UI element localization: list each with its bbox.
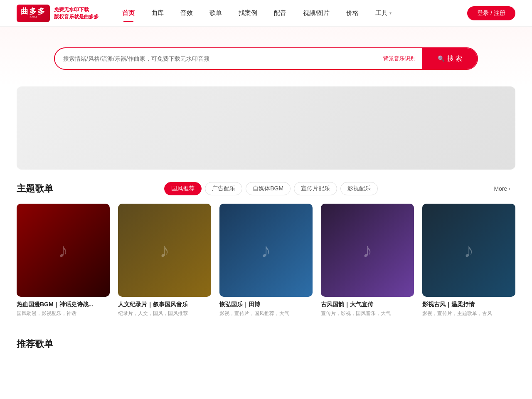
playlist-card-title-3: 古风国韵｜大气宣传	[321, 301, 414, 308]
play-btn-1[interactable]: ▶	[155, 241, 174, 259]
main-nav: 首页曲库音效歌单找案例配音视频/图片价格工具▾	[116, 6, 467, 20]
playlist-card-tags-1: 纪录片，人文，国风，国风推荐	[118, 310, 211, 317]
theme-playlist-section-header: 主题歌单 国风推荐广告配乐自媒体BGM宣传片配乐影视配乐 More ›	[17, 178, 515, 195]
search-button-label: 搜 索	[447, 54, 462, 63]
theme-playlist-title: 主题歌单	[17, 182, 53, 195]
nav-item-3[interactable]: 歌单	[203, 6, 229, 20]
bg-music-recognize-button[interactable]: 背景音乐识别	[377, 48, 423, 69]
playlist-grid: ♪ ▶ 热血国漫BGM｜神话史诗战... 国风动漫，影视配乐，神话 ♪ ▶ 人文…	[17, 204, 515, 317]
play-btn-3[interactable]: ▶	[358, 241, 377, 259]
playlist-card-tags-4: 影视，宣传片，主题歌单，古风	[422, 310, 515, 317]
playlist-card-4[interactable]: ♪ ▶ 影视古风｜温柔抒情 影视，宣传片，主题歌单，古风	[422, 204, 515, 317]
playlist-card-thumb-1: ♪ ▶	[118, 204, 211, 297]
nav-item-7[interactable]: 价格	[340, 6, 365, 20]
nav-item-5[interactable]: 配音	[267, 6, 293, 20]
logo-tagline: 免费无水印下载 版权音乐就是曲多多	[54, 6, 99, 20]
tagline-line2: 版权音乐就是曲多多	[54, 13, 99, 20]
play-btn-2[interactable]: ▶	[257, 241, 275, 259]
filter-tabs: 国风推荐广告配乐自媒体BGM宣传片配乐影视配乐	[164, 182, 378, 195]
nav-item-1[interactable]: 曲库	[145, 6, 170, 20]
play-btn-0[interactable]: ▶	[54, 241, 72, 259]
nav-item-0[interactable]: 首页	[116, 6, 141, 20]
filter-tab-0[interactable]: 国风推荐	[164, 182, 202, 195]
playlist-card-1[interactable]: ♪ ▶ 人文纪录片｜叙事国风音乐 纪录片，人文，国风，国风推荐	[118, 204, 211, 317]
logo-main-text: 曲多多	[21, 7, 46, 15]
more-chevron-icon: ›	[509, 186, 510, 191]
playlist-card-thumb-0: ♪ ▶	[17, 204, 110, 297]
playlist-card-tags-3: 宣传片，影视，国风音乐，大气	[321, 310, 414, 317]
nav-item-4[interactable]: 找案例	[232, 6, 264, 20]
playlist-card-tags-0: 国风动漫，影视配乐，神话	[17, 310, 110, 317]
banner-area	[17, 86, 515, 170]
playlist-card-thumb-4: ♪ ▶	[422, 204, 515, 297]
playlist-card-0[interactable]: ♪ ▶ 热血国漫BGM｜神话史诗战... 国风动漫，影视配乐，神话	[17, 204, 110, 317]
more-label: More	[494, 185, 507, 192]
section2-title: 推荐歌单	[17, 334, 515, 350]
header: 曲多多 BGM 免费无水印下载 版权音乐就是曲多多 首页曲库音效歌单找案例配音视…	[0, 0, 532, 27]
playlist-card-thumb-3: ♪ ▶	[321, 204, 414, 297]
filter-tab-4[interactable]: 影视配乐	[340, 182, 378, 195]
search-input[interactable]	[55, 55, 377, 62]
section2-title-area: 推荐歌单	[17, 334, 515, 350]
logo-box: 曲多多 BGM	[17, 5, 50, 22]
play-btn-4[interactable]: ▶	[460, 241, 478, 259]
nav-item-2[interactable]: 音效	[174, 6, 200, 20]
playlist-card-title-4: 影视古风｜温柔抒情	[422, 301, 515, 308]
filter-tab-3[interactable]: 宣传片配乐	[294, 182, 337, 195]
search-icon: 🔍	[438, 55, 445, 62]
more-button[interactable]: More ›	[489, 183, 515, 195]
nav-item-8[interactable]: 工具▾	[369, 6, 398, 20]
playlist-card-3[interactable]: ♪ ▶ 古风国韵｜大气宣传 宣传片，影视，国风音乐，大气	[321, 204, 414, 317]
search-button[interactable]: 🔍 搜 索	[423, 48, 477, 69]
playlist-card-tags-2: 影视，宣传片，国风推荐，大气	[219, 310, 313, 317]
tagline-line1: 免费无水印下载	[54, 6, 99, 13]
logo-sub-text: BGM	[30, 16, 37, 19]
playlist-card-title-1: 人文纪录片｜叙事国风音乐	[118, 301, 211, 308]
main-content: 主题歌单 国风推荐广告配乐自媒体BGM宣传片配乐影视配乐 More › ♪ ▶ …	[0, 178, 532, 350]
filter-tab-1[interactable]: 广告配乐	[205, 182, 242, 195]
nav-item-6[interactable]: 视频/图片	[296, 6, 336, 20]
nav-chevron-icon-8: ▾	[389, 11, 392, 15]
search-bar: 背景音乐识别 🔍 搜 索	[54, 47, 478, 70]
playlist-card-title-2: 恢弘国乐｜田博	[219, 301, 313, 308]
hero-section: 背景音乐识别 🔍 搜 索	[0, 27, 532, 86]
filter-tab-2[interactable]: 自媒体BGM	[246, 182, 291, 195]
logo-link[interactable]: 曲多多 BGM 免费无水印下载 版权音乐就是曲多多	[17, 5, 99, 22]
playlist-card-title-0: 热血国漫BGM｜神话史诗战...	[17, 301, 110, 308]
login-button[interactable]: 登录 / 注册	[467, 6, 515, 20]
playlist-card-thumb-2: ♪ ▶	[219, 204, 313, 297]
playlist-card-2[interactable]: ♪ ▶ 恢弘国乐｜田博 影视，宣传片，国风推荐，大气	[219, 204, 313, 317]
